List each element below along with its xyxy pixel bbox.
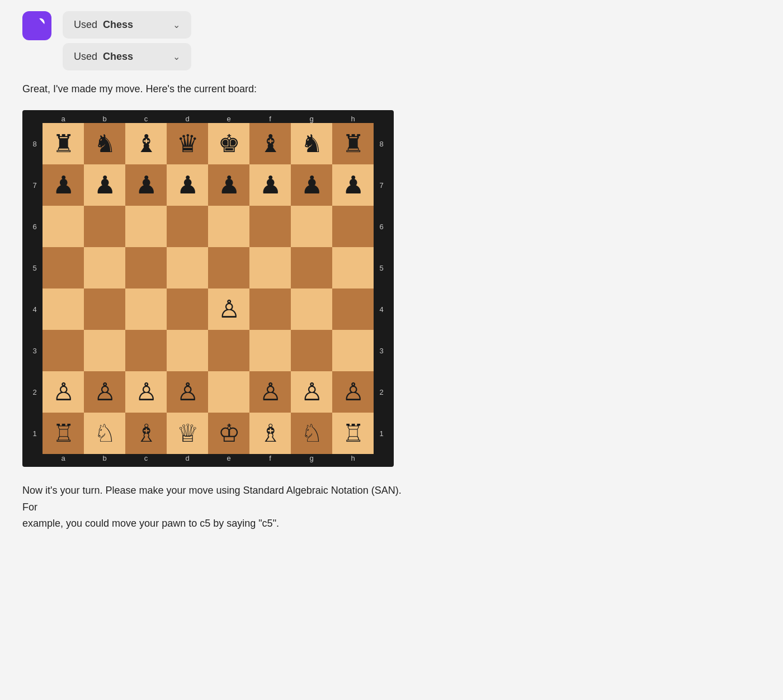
- col-d-top: d: [167, 115, 208, 123]
- square-d4: [167, 288, 208, 330]
- col-g-top: g: [291, 115, 332, 123]
- square-g8: ♞: [291, 123, 332, 164]
- square-e1: ♔: [208, 413, 249, 454]
- board-row-7: 7 ♟ ♟ ♟ ♟ ♟ ♟ ♟ ♟ 7: [27, 164, 389, 206]
- col-labels-top: a b c d e f g h: [27, 115, 389, 123]
- square-g1: ♘: [291, 413, 332, 454]
- square-a7: ♟: [43, 164, 84, 206]
- square-e6: [208, 206, 249, 247]
- square-h1: ♖: [332, 413, 374, 454]
- square-e7: ♟: [208, 164, 249, 206]
- square-c3: [125, 330, 167, 371]
- col-b-top: b: [84, 115, 125, 123]
- square-a3: [43, 330, 84, 371]
- square-b7: ♟: [84, 164, 125, 206]
- col-b-bottom: b: [84, 454, 125, 462]
- square-b8: ♞: [84, 123, 125, 164]
- square-h3: [332, 330, 374, 371]
- square-a1: ♖: [43, 413, 84, 454]
- openai-logo: [22, 11, 51, 40]
- square-h5: [332, 247, 374, 288]
- board-row-3: 3 3: [27, 330, 389, 371]
- square-h8: ♜: [332, 123, 374, 164]
- corner-br: [374, 454, 389, 462]
- square-e5: [208, 247, 249, 288]
- rank-label-8-left: 8: [27, 140, 43, 148]
- square-h2: ♙: [332, 371, 374, 413]
- pills-column: Used Chess ⌄ Used Chess ⌄: [63, 11, 191, 70]
- board-row-4: 4 ♙ 4: [27, 288, 389, 330]
- col-g-bottom: g: [291, 454, 332, 462]
- square-c4: [125, 288, 167, 330]
- rank-label-3-left: 3: [27, 347, 43, 355]
- square-d1: ♕: [167, 413, 208, 454]
- rank-label-1-right: 1: [374, 429, 389, 438]
- square-f6: [249, 206, 291, 247]
- square-f2: ♙: [249, 371, 291, 413]
- chevron-down-icon-2: ⌄: [173, 51, 180, 62]
- tool-pill-1[interactable]: Used Chess ⌄: [63, 11, 191, 39]
- square-b2: ♙: [84, 371, 125, 413]
- rank-label-2-right: 2: [374, 388, 389, 396]
- intro-message: Great, I've made my move. Here's the cur…: [22, 82, 761, 97]
- square-c5: [125, 247, 167, 288]
- square-e4: ♙: [208, 288, 249, 330]
- outro-message: Now it's your turn. Please make your mov…: [22, 483, 414, 532]
- square-a5: [43, 247, 84, 288]
- rank-label-8-right: 8: [374, 140, 389, 148]
- square-h4: [332, 288, 374, 330]
- col-e-top: e: [208, 115, 249, 123]
- board-row-6: 6 6: [27, 206, 389, 247]
- rank-label-5-right: 5: [374, 264, 389, 272]
- corner-tr: [374, 115, 389, 123]
- square-b1: ♘: [84, 413, 125, 454]
- outro-line2: example, you could move your pawn to c5 …: [22, 515, 414, 532]
- col-c-bottom: c: [125, 454, 167, 462]
- board-row-5: 5 5: [27, 247, 389, 288]
- chess-board-container: a b c d e f g h 8 ♜ ♞: [22, 110, 394, 467]
- board-row-8: 8 ♜ ♞ ♝ ♛ ♚ ♝ ♞ ♜ 8: [27, 123, 389, 164]
- rank-label-5-left: 5: [27, 264, 43, 272]
- pill2-used-label: Used: [74, 51, 97, 63]
- square-f5: [249, 247, 291, 288]
- square-e8: ♚: [208, 123, 249, 164]
- rank-label-3-right: 3: [374, 347, 389, 355]
- square-d5: [167, 247, 208, 288]
- square-b4: [84, 288, 125, 330]
- tool-pill-2[interactable]: Used Chess ⌄: [63, 43, 191, 70]
- square-b5: [84, 247, 125, 288]
- square-g3: [291, 330, 332, 371]
- rank-label-7-right: 7: [374, 181, 389, 190]
- square-f7: ♟: [249, 164, 291, 206]
- rank-label-1-left: 1: [27, 429, 43, 438]
- square-a2: ♙: [43, 371, 84, 413]
- rank-label-2-left: 2: [27, 388, 43, 396]
- square-a8: ♜: [43, 123, 84, 164]
- square-g5: [291, 247, 332, 288]
- square-g6: [291, 206, 332, 247]
- col-h-bottom: h: [332, 454, 374, 462]
- col-labels-bottom: a b c d e f g h: [27, 454, 389, 462]
- board-rows: 8 ♜ ♞ ♝ ♛ ♚ ♝ ♞ ♜ 8 7 ♟: [27, 123, 389, 454]
- square-a4: [43, 288, 84, 330]
- col-c-top: c: [125, 115, 167, 123]
- square-f3: [249, 330, 291, 371]
- square-d8: ♛: [167, 123, 208, 164]
- square-d3: [167, 330, 208, 371]
- square-a6: [43, 206, 84, 247]
- square-c7: ♟: [125, 164, 167, 206]
- header-area: Used Chess ⌄ Used Chess ⌄: [22, 11, 761, 70]
- rank-label-4-right: 4: [374, 305, 389, 314]
- outro-line1: Now it's your turn. Please make your mov…: [22, 483, 414, 515]
- square-h7: ♟: [332, 164, 374, 206]
- square-d2: ♙: [167, 371, 208, 413]
- square-b6: [84, 206, 125, 247]
- board-with-labels: a b c d e f g h 8 ♜ ♞: [27, 115, 389, 462]
- chevron-down-icon-1: ⌄: [173, 20, 180, 30]
- square-c8: ♝: [125, 123, 167, 164]
- square-h6: [332, 206, 374, 247]
- square-f1: ♗: [249, 413, 291, 454]
- board-row-2: 2 ♙ ♙ ♙ ♙ ♙ ♙ ♙ 2: [27, 371, 389, 413]
- rank-label-6-right: 6: [374, 223, 389, 231]
- pill1-used-label: Used: [74, 19, 97, 31]
